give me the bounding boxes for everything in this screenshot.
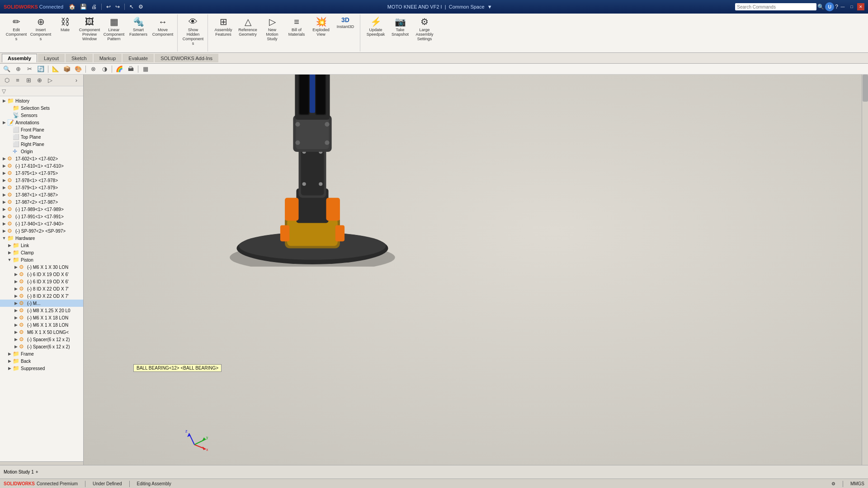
tree-item-17-987-2[interactable]: ▶ ⚙ 17-987<2> <17-987> <box>0 198 83 206</box>
tree-item-17-940[interactable]: ▶ ⚙ (-) 17-940<1> <17-940> <box>0 220 83 227</box>
tree-item-sensors[interactable]: 📡 Sensors <box>0 112 83 119</box>
add-motion-btn[interactable]: + <box>36 469 38 474</box>
linear-component-pattern-btn[interactable]: ▦ LinearComponentPattern <box>102 14 126 42</box>
tree-item-17-975[interactable]: ▶ ⚙ 17-975<1> <17-975> <box>0 169 83 177</box>
tree-item-spacer-2[interactable]: ▶ ⚙ (-) Spacer(6 x 12 x 2) <box>0 343 83 350</box>
rotate-btn[interactable]: 🔄 <box>36 65 46 74</box>
tab-layout[interactable]: Layout <box>38 54 65 62</box>
move-component-btn[interactable]: ↔ MoveComponent <box>151 14 175 38</box>
appearance-btn[interactable]: 🌈 <box>114 65 124 74</box>
tree-item-selection-sets[interactable]: 📁 Selection Sets <box>0 104 83 112</box>
comp-17-979-expander[interactable]: ▶ <box>1 185 7 190</box>
tree-item-17-978[interactable]: ▶ ⚙ 17-978<1> <17-978> <box>0 177 83 184</box>
spacer-1-expander[interactable]: ▶ <box>13 337 19 342</box>
tree-item-annotations[interactable]: ▶ 📝 Annotations <box>0 119 83 126</box>
motion-manager-btn[interactable]: Motion Study 1 <box>4 469 34 474</box>
tree-item-17-610[interactable]: ▶ ⚙ (-) 17-610<1> <17-610> <box>0 162 83 169</box>
8id22od-1-expander[interactable]: ▶ <box>13 286 19 291</box>
tree-item-m8x125[interactable]: ▶ ⚙ (-) M8 X 1.25 X 20 L0 <box>0 307 83 314</box>
link-expander[interactable]: ▶ <box>6 243 13 248</box>
comp-17-602-expander[interactable]: ▶ <box>1 156 7 161</box>
tab-sketch[interactable]: Sketch <box>66 54 93 62</box>
large-assembly-settings-btn[interactable]: ⚙ LargeAssemblySettings <box>413 14 436 42</box>
pan-btn[interactable]: ✂ <box>24 65 34 74</box>
minimize-btn[interactable]: — <box>839 3 846 10</box>
tree-item-origin[interactable]: ✛ Origin <box>0 148 83 155</box>
smart-fasteners-btn[interactable]: 🔩 SmartFasteners <box>127 14 150 38</box>
comp-17-987-1-expander[interactable]: ▶ <box>1 192 7 197</box>
tree-item-8id22od-1[interactable]: ▶ ⚙ (-) 8 ID X 22 OD X 7' <box>0 285 83 292</box>
update-speedpak-btn[interactable]: ⚡ UpdateSpeedpak <box>364 14 387 38</box>
pointer-btn[interactable]: ↖ <box>128 4 135 10</box>
redo-btn[interactable]: ↪ <box>114 4 121 10</box>
tree-item-sp-997[interactable]: ▶ ⚙ (-) SP-997<2> <SP-997> <box>0 227 83 235</box>
tree-item-m6x50[interactable]: ▶ ⚙ M6 X 1 X 50 LONG< <box>0 328 83 336</box>
feature-tree[interactable]: ▶ 📁 History 📁 Selection Sets 📡 Sensors ▶… <box>0 96 83 461</box>
m6x50-expander[interactable]: ▶ <box>13 330 19 334</box>
tree-item-6id19od-2[interactable]: ▶ ⚙ (-) 6 ID X 19 OD X 6' <box>0 278 83 285</box>
tree-item-6id19od-1[interactable]: ▶ ⚙ (-) 6 ID X 19 OD X 6' <box>0 271 83 278</box>
suppressed-expander[interactable]: ▶ <box>6 366 13 371</box>
new-motion-study-btn[interactable]: ▷ NewMotionStudy <box>260 14 284 42</box>
comp-17-940-expander[interactable]: ▶ <box>1 221 7 226</box>
tree-item-link[interactable]: ▶ 📁 Link <box>0 242 83 249</box>
tree-item-8id22od-2[interactable]: ▶ ⚙ (-) 8 ID X 22 OD X 7' <box>0 292 83 300</box>
tab-assembly[interactable]: Assembly <box>2 54 37 62</box>
feature-manager-btn[interactable]: ⬡ <box>2 76 12 85</box>
tree-item-ball-bearing[interactable]: ▶ ⚙ (-) M... <box>0 300 83 307</box>
hardware-expander[interactable]: ▼ <box>1 236 7 240</box>
comp-17-975-expander[interactable]: ▶ <box>1 171 7 175</box>
ball-bearing-expander[interactable]: ▶ <box>13 301 19 305</box>
tree-item-front-plane[interactable]: ⬜ Front Plane <box>0 126 83 133</box>
zoom-in-btn[interactable]: ⊕ <box>13 65 23 74</box>
config-manager-btn[interactable]: ⊞ <box>24 76 33 85</box>
tree-item-clamp[interactable]: ▶ 📁 Clamp <box>0 249 83 256</box>
tree-item-17-991[interactable]: ▶ ⚙ (-) 17-991<1> <17-991> <box>0 213 83 220</box>
comp-sp-997-expander[interactable]: ▶ <box>1 229 7 233</box>
spacer-2-expander[interactable]: ▶ <box>13 344 19 349</box>
search-icon-btn[interactable]: 🔍 <box>816 4 825 10</box>
take-snapshot-btn[interactable]: 📷 TakeSnapshot <box>388 14 412 38</box>
tab-evaluate[interactable]: Evaluate <box>123 54 154 62</box>
6id19od-1-expander[interactable]: ▶ <box>13 272 19 277</box>
tree-item-17-989[interactable]: ▶ ⚙ (-) 17-989<1> <17-989> <box>0 206 83 213</box>
print-btn[interactable]: 🖨 <box>90 4 98 10</box>
save-btn[interactable]: 💾 <box>79 4 88 10</box>
tree-item-17-979[interactable]: ▶ ⚙ 17-979<1> <17-979> <box>0 184 83 191</box>
piston-expander[interactable]: ▼ <box>6 258 13 262</box>
comp-17-610-expander[interactable]: ▶ <box>1 164 7 168</box>
tree-item-m6x30[interactable]: ▶ ⚙ (-) M6 X 1 X 30 LON <box>0 263 83 271</box>
comp-17-991-expander[interactable]: ▶ <box>1 214 7 219</box>
m6x18-2-expander[interactable]: ▶ <box>13 323 19 327</box>
assembly-features-btn[interactable]: ⊞ AssemblyFeatures <box>212 14 235 38</box>
back-expander[interactable]: ▶ <box>6 359 13 363</box>
tree-horizontal-scrollbar[interactable] <box>0 461 83 465</box>
expand-panel-btn[interactable]: › <box>71 76 81 85</box>
tree-item-suppressed[interactable]: ▶ 📁 Suppressed <box>0 365 83 372</box>
edit-component-btn[interactable]: ✏ EditComponents <box>5 14 28 42</box>
6id19od-2-expander[interactable]: ▶ <box>13 279 19 284</box>
show-hidden-components-btn[interactable]: 👁 ShowHiddenComponents <box>181 14 205 47</box>
view-orientation-btn[interactable]: 📐 <box>51 65 61 74</box>
comp-17-978-expander[interactable]: ▶ <box>1 178 7 183</box>
bill-of-materials-btn[interactable]: ≡ Bill ofMaterials <box>285 14 308 38</box>
user-avatar[interactable]: U <box>825 2 834 11</box>
component-preview-window-btn[interactable]: 🖼 ComponentPreviewWindow <box>78 14 101 42</box>
viewport-vscrollbar[interactable] <box>862 75 868 465</box>
property-manager-btn[interactable]: ≡ <box>13 76 23 85</box>
tab-markup[interactable]: Markup <box>94 54 122 62</box>
maximize-btn[interactable]: □ <box>848 3 855 10</box>
mate-btn[interactable]: ⛓ Mate <box>53 14 77 33</box>
shaded-btn[interactable]: 🎨 <box>73 65 83 74</box>
command-search[interactable] <box>735 3 816 10</box>
tree-item-top-plane[interactable]: ⬜ Top Plane <box>0 133 83 141</box>
comp-17-989-expander[interactable]: ▶ <box>1 207 7 211</box>
tree-item-17-987-1[interactable]: ▶ ⚙ 17-987<1> <17-987> <box>0 191 83 198</box>
comp-17-987-2-expander[interactable]: ▶ <box>1 200 7 204</box>
section-view-btn[interactable]: ⊗ <box>88 65 98 74</box>
vscroll-thumb[interactable] <box>863 75 868 102</box>
tree-item-piston[interactable]: ▼ 📁 Piston <box>0 256 83 263</box>
tree-item-spacer-1[interactable]: ▶ ⚙ (-) Spacer(6 x 12 x 2) <box>0 336 83 343</box>
tab-solidworks-addins[interactable]: SOLIDWORKS Add-Ins <box>155 54 218 62</box>
home-btn[interactable]: 🏠 <box>68 4 76 10</box>
